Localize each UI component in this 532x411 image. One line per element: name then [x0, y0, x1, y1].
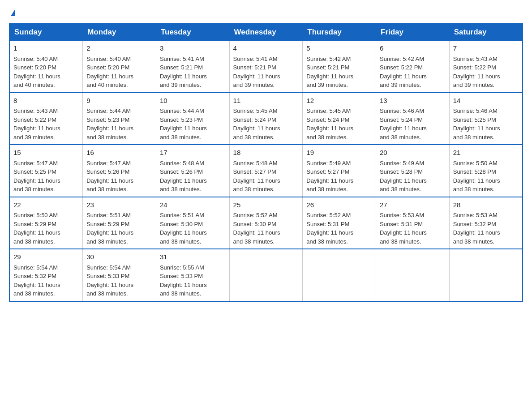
calendar-cell: 3Sunrise: 5:41 AMSunset: 5:21 PMDaylight…	[156, 41, 229, 93]
day-info: Sunrise: 5:55 AMSunset: 5:33 PMDaylight:…	[160, 264, 207, 297]
day-number: 21	[453, 148, 519, 158]
calendar-cell: 5Sunrise: 5:42 AMSunset: 5:21 PMDaylight…	[303, 41, 376, 93]
calendar-cell: 4Sunrise: 5:41 AMSunset: 5:21 PMDaylight…	[229, 41, 303, 93]
day-info: Sunrise: 5:50 AMSunset: 5:28 PMDaylight:…	[453, 160, 500, 193]
calendar-cell: 9Sunrise: 5:44 AMSunset: 5:23 PMDaylight…	[83, 93, 156, 145]
day-header-monday: Monday	[83, 24, 156, 41]
day-info: Sunrise: 5:41 AMSunset: 5:21 PMDaylight:…	[160, 56, 207, 89]
day-info: Sunrise: 5:54 AMSunset: 5:33 PMDaylight:…	[86, 264, 133, 297]
calendar-cell: 26Sunrise: 5:52 AMSunset: 5:31 PMDayligh…	[303, 197, 376, 249]
calendar-cell: 14Sunrise: 5:46 AMSunset: 5:25 PMDayligh…	[449, 93, 523, 145]
day-info: Sunrise: 5:48 AMSunset: 5:27 PMDaylight:…	[233, 160, 280, 193]
day-number: 5	[306, 43, 372, 54]
calendar-cell: 29Sunrise: 5:54 AMSunset: 5:32 PMDayligh…	[9, 249, 83, 301]
day-info: Sunrise: 5:41 AMSunset: 5:21 PMDaylight:…	[233, 56, 280, 89]
calendar-cell: 13Sunrise: 5:46 AMSunset: 5:24 PMDayligh…	[376, 93, 450, 145]
day-number: 12	[306, 96, 372, 106]
calendar-cell: 20Sunrise: 5:49 AMSunset: 5:28 PMDayligh…	[376, 145, 450, 197]
logo-triangle-icon	[11, 9, 15, 16]
day-number: 20	[380, 148, 446, 158]
calendar-cell: 30Sunrise: 5:54 AMSunset: 5:33 PMDayligh…	[83, 249, 156, 301]
day-info: Sunrise: 5:49 AMSunset: 5:27 PMDaylight:…	[306, 160, 353, 193]
day-number: 16	[86, 148, 152, 158]
calendar-cell: 19Sunrise: 5:49 AMSunset: 5:27 PMDayligh…	[303, 145, 376, 197]
day-info: Sunrise: 5:50 AMSunset: 5:29 PMDaylight:…	[13, 212, 60, 245]
day-info: Sunrise: 5:51 AMSunset: 5:30 PMDaylight:…	[160, 212, 207, 245]
day-number: 17	[160, 148, 226, 158]
day-info: Sunrise: 5:47 AMSunset: 5:26 PMDaylight:…	[86, 160, 133, 193]
day-info: Sunrise: 5:43 AMSunset: 5:22 PMDaylight:…	[453, 56, 500, 89]
day-number: 7	[453, 43, 519, 54]
calendar-cell: 31Sunrise: 5:55 AMSunset: 5:33 PMDayligh…	[156, 249, 229, 301]
calendar-cell: 17Sunrise: 5:48 AMSunset: 5:26 PMDayligh…	[156, 145, 229, 197]
day-number: 28	[453, 200, 519, 210]
calendar-cell: 23Sunrise: 5:51 AMSunset: 5:29 PMDayligh…	[83, 197, 156, 249]
calendar-cell: 10Sunrise: 5:44 AMSunset: 5:23 PMDayligh…	[156, 93, 229, 145]
day-info: Sunrise: 5:42 AMSunset: 5:21 PMDaylight:…	[306, 56, 353, 89]
day-info: Sunrise: 5:44 AMSunset: 5:23 PMDaylight:…	[160, 107, 207, 141]
day-number: 10	[160, 96, 226, 106]
day-info: Sunrise: 5:40 AMSunset: 5:20 PMDaylight:…	[86, 56, 133, 89]
week-row-5: 29Sunrise: 5:54 AMSunset: 5:32 PMDayligh…	[9, 249, 523, 301]
calendar-cell: 25Sunrise: 5:52 AMSunset: 5:30 PMDayligh…	[229, 197, 303, 249]
week-row-1: 1Sunrise: 5:40 AMSunset: 5:20 PMDaylight…	[9, 41, 523, 93]
day-info: Sunrise: 5:53 AMSunset: 5:31 PMDaylight:…	[380, 212, 427, 245]
day-number: 23	[86, 200, 152, 210]
day-number: 1	[13, 43, 79, 54]
day-info: Sunrise: 5:43 AMSunset: 5:22 PMDaylight:…	[13, 107, 60, 141]
calendar-cell	[376, 249, 450, 301]
calendar-cell	[449, 249, 523, 301]
day-number: 8	[13, 96, 79, 106]
day-number: 26	[306, 200, 372, 210]
calendar-cell	[229, 249, 303, 301]
day-header-tuesday: Tuesday	[156, 24, 229, 41]
calendar-cell: 6Sunrise: 5:42 AMSunset: 5:22 PMDaylight…	[376, 41, 450, 93]
day-info: Sunrise: 5:54 AMSunset: 5:32 PMDaylight:…	[13, 264, 60, 297]
calendar-cell: 12Sunrise: 5:45 AMSunset: 5:24 PMDayligh…	[303, 93, 376, 145]
day-info: Sunrise: 5:42 AMSunset: 5:22 PMDaylight:…	[380, 56, 427, 89]
calendar-cell: 28Sunrise: 5:53 AMSunset: 5:32 PMDayligh…	[449, 197, 523, 249]
day-info: Sunrise: 5:46 AMSunset: 5:25 PMDaylight:…	[453, 107, 500, 141]
day-header-thursday: Thursday	[303, 24, 376, 41]
calendar-cell: 8Sunrise: 5:43 AMSunset: 5:22 PMDaylight…	[9, 93, 83, 145]
calendar-cell: 27Sunrise: 5:53 AMSunset: 5:31 PMDayligh…	[376, 197, 450, 249]
calendar-cell: 22Sunrise: 5:50 AMSunset: 5:29 PMDayligh…	[9, 197, 83, 249]
day-number: 31	[160, 252, 226, 262]
logo	[9, 9, 15, 16]
days-header-row: SundayMondayTuesdayWednesdayThursdayFrid…	[9, 24, 523, 41]
calendar-cell: 18Sunrise: 5:48 AMSunset: 5:27 PMDayligh…	[229, 145, 303, 197]
day-header-wednesday: Wednesday	[229, 24, 303, 41]
calendar-cell: 15Sunrise: 5:47 AMSunset: 5:25 PMDayligh…	[9, 145, 83, 197]
calendar-table: SundayMondayTuesdayWednesdayThursdayFrid…	[9, 23, 523, 302]
week-row-3: 15Sunrise: 5:47 AMSunset: 5:25 PMDayligh…	[9, 145, 523, 197]
day-number: 6	[380, 43, 446, 54]
day-info: Sunrise: 5:44 AMSunset: 5:23 PMDaylight:…	[86, 107, 133, 141]
day-number: 2	[86, 43, 152, 54]
header	[9, 9, 523, 16]
day-number: 9	[86, 96, 152, 106]
day-header-sunday: Sunday	[9, 24, 83, 41]
day-number: 15	[13, 148, 79, 158]
day-number: 19	[306, 148, 372, 158]
day-header-friday: Friday	[376, 24, 450, 41]
day-number: 11	[233, 96, 299, 106]
day-number: 27	[380, 200, 446, 210]
day-number: 4	[233, 43, 299, 54]
day-header-saturday: Saturday	[449, 24, 523, 41]
calendar-cell: 11Sunrise: 5:45 AMSunset: 5:24 PMDayligh…	[229, 93, 303, 145]
day-number: 18	[233, 148, 299, 158]
day-number: 3	[160, 43, 226, 54]
week-row-4: 22Sunrise: 5:50 AMSunset: 5:29 PMDayligh…	[9, 197, 523, 249]
day-info: Sunrise: 5:48 AMSunset: 5:26 PMDaylight:…	[160, 160, 207, 193]
day-number: 22	[13, 200, 79, 210]
day-info: Sunrise: 5:45 AMSunset: 5:24 PMDaylight:…	[233, 107, 280, 141]
day-number: 30	[86, 252, 152, 262]
day-info: Sunrise: 5:45 AMSunset: 5:24 PMDaylight:…	[306, 107, 353, 141]
day-number: 25	[233, 200, 299, 210]
calendar-cell: 7Sunrise: 5:43 AMSunset: 5:22 PMDaylight…	[449, 41, 523, 93]
calendar-cell	[303, 249, 376, 301]
day-number: 29	[13, 252, 79, 262]
day-number: 13	[380, 96, 446, 106]
day-number: 24	[160, 200, 226, 210]
day-info: Sunrise: 5:52 AMSunset: 5:30 PMDaylight:…	[233, 212, 280, 245]
